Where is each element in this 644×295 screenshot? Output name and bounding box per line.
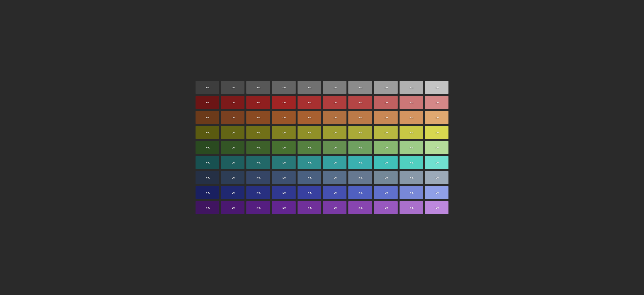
color-tile-r7-c7[interactable]: Text bbox=[374, 186, 398, 199]
color-tile-r0-c1[interactable]: Text bbox=[221, 81, 244, 94]
color-tile-label-r0-c0: Text bbox=[205, 86, 210, 89]
color-tile-r7-c1[interactable]: Text bbox=[221, 186, 244, 199]
color-tile-r3-c6[interactable]: Text bbox=[348, 126, 372, 139]
color-tile-r7-c9[interactable]: Text bbox=[425, 186, 448, 199]
color-tile-r8-c8[interactable]: Text bbox=[400, 201, 423, 214]
color-tile-r4-c7[interactable]: Text bbox=[374, 141, 398, 154]
color-tile-r7-c5[interactable]: Text bbox=[323, 186, 346, 199]
color-tile-r5-c7[interactable]: Text bbox=[374, 156, 398, 169]
color-tile-r2-c9[interactable]: Text bbox=[425, 111, 448, 124]
color-tile-r3-c3[interactable]: Text bbox=[272, 126, 296, 139]
color-tile-r4-c2[interactable]: Text bbox=[246, 141, 270, 154]
color-tile-r1-c2[interactable]: Text bbox=[246, 96, 270, 109]
color-tile-r5-c4[interactable]: Text bbox=[298, 156, 321, 169]
color-tile-r0-c2[interactable]: Text bbox=[246, 81, 270, 94]
color-tile-r8-c9[interactable]: Text bbox=[425, 201, 448, 214]
color-tile-r4-c5[interactable]: Text bbox=[323, 141, 346, 154]
color-tile-label-r5-c9: Text bbox=[434, 161, 439, 164]
color-tile-r3-c4[interactable]: Text bbox=[298, 126, 321, 139]
color-tile-r5-c2[interactable]: Text bbox=[246, 156, 270, 169]
color-tile-r4-c4[interactable]: Text bbox=[298, 141, 321, 154]
color-tile-r3-c7[interactable]: Text bbox=[374, 126, 398, 139]
color-tile-r6-c8[interactable]: Text bbox=[400, 171, 423, 184]
color-tile-r5-c8[interactable]: Text bbox=[400, 156, 423, 169]
color-tile-r3-c5[interactable]: Text bbox=[323, 126, 346, 139]
color-tile-r6-c4[interactable]: Text bbox=[298, 171, 321, 184]
color-tile-r5-c3[interactable]: Text bbox=[272, 156, 296, 169]
color-tile-r0-c7[interactable]: Text bbox=[374, 81, 398, 94]
color-tile-r0-c0[interactable]: Text bbox=[196, 81, 219, 94]
color-tile-r5-c5[interactable]: Text bbox=[323, 156, 346, 169]
color-tile-r8-c5[interactable]: Text bbox=[323, 201, 346, 214]
color-tile-r1-c7[interactable]: Text bbox=[374, 96, 398, 109]
color-tile-label-r2-c9: Text bbox=[434, 116, 439, 119]
color-tile-r0-c8[interactable]: Text bbox=[400, 81, 423, 94]
color-tile-r2-c8[interactable]: Text bbox=[400, 111, 423, 124]
color-tile-r6-c6[interactable]: Text bbox=[348, 171, 372, 184]
color-tile-r7-c2[interactable]: Text bbox=[246, 186, 270, 199]
color-tile-r1-c1[interactable]: Text bbox=[221, 96, 244, 109]
color-tile-r0-c3[interactable]: Text bbox=[272, 81, 296, 94]
color-tile-r1-c6[interactable]: Text bbox=[348, 96, 372, 109]
color-tile-r2-c1[interactable]: Text bbox=[221, 111, 244, 124]
color-tile-r3-c9[interactable]: Text bbox=[425, 126, 448, 139]
color-tile-r0-c4[interactable]: Text bbox=[298, 81, 321, 94]
color-tile-r8-c6[interactable]: Text bbox=[348, 201, 372, 214]
color-tile-r2-c4[interactable]: Text bbox=[298, 111, 321, 124]
color-tile-r7-c3[interactable]: Text bbox=[272, 186, 296, 199]
color-tile-r4-c8[interactable]: Text bbox=[400, 141, 423, 154]
color-tile-r8-c3[interactable]: Text bbox=[272, 201, 296, 214]
color-tile-r0-c9[interactable]: Text bbox=[425, 81, 448, 94]
color-tile-r0-c5[interactable]: Text bbox=[323, 81, 346, 94]
color-tile-r6-c0[interactable]: Text bbox=[196, 171, 219, 184]
color-tile-r8-c4[interactable]: Text bbox=[298, 201, 321, 214]
color-tile-r5-c9[interactable]: Text bbox=[425, 156, 448, 169]
color-tile-r4-c1[interactable]: Text bbox=[221, 141, 244, 154]
color-tile-r2-c5[interactable]: Text bbox=[323, 111, 346, 124]
color-tile-r4-c6[interactable]: Text bbox=[348, 141, 372, 154]
color-tile-r5-c1[interactable]: Text bbox=[221, 156, 244, 169]
color-tile-r8-c1[interactable]: Text bbox=[221, 201, 244, 214]
color-tile-r1-c8[interactable]: Text bbox=[400, 96, 423, 109]
color-tile-r2-c0[interactable]: Text bbox=[196, 111, 219, 124]
color-tile-r2-c6[interactable]: Text bbox=[348, 111, 372, 124]
color-tile-r5-c6[interactable]: Text bbox=[348, 156, 372, 169]
color-tile-r1-c0[interactable]: Text bbox=[196, 96, 219, 109]
color-tile-r4-c9[interactable]: Text bbox=[425, 141, 448, 154]
color-tile-label-r3-c5: Text bbox=[332, 131, 337, 134]
color-tile-label-r2-c3: Text bbox=[282, 116, 286, 119]
color-tile-r6-c9[interactable]: Text bbox=[425, 171, 448, 184]
color-tile-r5-c0[interactable]: Text bbox=[196, 156, 219, 169]
color-tile-label-r8-c7: Text bbox=[384, 206, 388, 209]
color-tile-r3-c8[interactable]: Text bbox=[400, 126, 423, 139]
color-tile-r3-c0[interactable]: Text bbox=[196, 126, 219, 139]
color-tile-r7-c6[interactable]: Text bbox=[348, 186, 372, 199]
color-tile-r6-c3[interactable]: Text bbox=[272, 171, 296, 184]
color-tile-label-r8-c5: Text bbox=[332, 206, 337, 209]
color-tile-r7-c0[interactable]: Text bbox=[196, 186, 219, 199]
color-tile-r1-c5[interactable]: Text bbox=[323, 96, 346, 109]
color-tile-r6-c5[interactable]: Text bbox=[323, 171, 346, 184]
color-grid: TextTextTextTextTextTextTextTextTextText… bbox=[196, 81, 448, 214]
color-tile-r3-c1[interactable]: Text bbox=[221, 126, 244, 139]
color-tile-r2-c2[interactable]: Text bbox=[246, 111, 270, 124]
color-tile-r4-c0[interactable]: Text bbox=[196, 141, 219, 154]
color-tile-r4-c3[interactable]: Text bbox=[272, 141, 296, 154]
color-tile-r2-c7[interactable]: Text bbox=[374, 111, 398, 124]
color-tile-r8-c0[interactable]: Text bbox=[196, 201, 219, 214]
color-tile-label-r4-c3: Text bbox=[282, 146, 286, 149]
color-tile-r3-c2[interactable]: Text bbox=[246, 126, 270, 139]
color-tile-r2-c3[interactable]: Text bbox=[272, 111, 296, 124]
color-tile-r8-c7[interactable]: Text bbox=[374, 201, 398, 214]
color-tile-r6-c7[interactable]: Text bbox=[374, 171, 398, 184]
color-tile-r1-c9[interactable]: Text bbox=[425, 96, 448, 109]
color-tile-label-r4-c4: Text bbox=[307, 146, 312, 149]
color-tile-r6-c1[interactable]: Text bbox=[221, 171, 244, 184]
color-tile-r6-c2[interactable]: Text bbox=[246, 171, 270, 184]
color-tile-r7-c4[interactable]: Text bbox=[298, 186, 321, 199]
color-tile-r0-c6[interactable]: Text bbox=[348, 81, 372, 94]
color-tile-r7-c8[interactable]: Text bbox=[400, 186, 423, 199]
color-tile-r1-c4[interactable]: Text bbox=[298, 96, 321, 109]
color-tile-r8-c2[interactable]: Text bbox=[246, 201, 270, 214]
color-tile-r1-c3[interactable]: Text bbox=[272, 96, 296, 109]
